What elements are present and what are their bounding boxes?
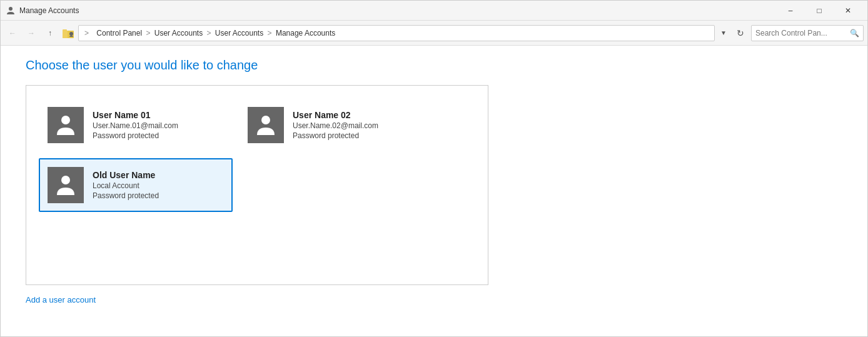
search-input[interactable] — [755, 29, 850, 38]
main-window: Manage Accounts – □ ✕ ← → ↑ > Control Pa… — [0, 0, 868, 337]
path-separator-2: > — [204, 29, 213, 38]
svg-rect-3 — [63, 29, 67, 32]
svg-point-0 — [9, 7, 13, 11]
account-info-user01: User Name 01 User.Name.01@mail.com Passw… — [93, 110, 178, 140]
account-card-user01[interactable]: User Name 01 User.Name.01@mail.com Passw… — [39, 98, 233, 152]
close-button[interactable]: ✕ — [834, 1, 862, 21]
account-name-old-user: Old User Name — [93, 170, 159, 180]
forward-button[interactable]: → — [23, 25, 39, 41]
svg-point-7 — [61, 176, 70, 184]
path-manage-accounts: Manage Accounts — [276, 29, 335, 38]
path-separator-3: > — [265, 29, 274, 38]
path-separator-0: > — [84, 29, 89, 38]
page-heading: Choose the user you would like to change — [26, 58, 842, 73]
window-title: Manage Accounts — [19, 6, 776, 15]
account-email-user01: User.Name.01@mail.com — [93, 121, 178, 130]
avatar-user01 — [48, 107, 84, 143]
account-name-user01: User Name 01 — [93, 110, 178, 120]
avatar-user02 — [248, 107, 284, 143]
address-path[interactable]: > Control Panel > User Accounts > User A… — [78, 25, 715, 41]
accounts-container: User Name 01 User.Name.01@mail.com Passw… — [26, 85, 488, 285]
svg-point-6 — [261, 116, 270, 124]
account-email-user02: User.Name.02@mail.com — [293, 121, 378, 130]
account-status-user02: Password protected — [293, 131, 378, 140]
address-bar: ← → ↑ > Control Panel > User Accounts > … — [1, 21, 867, 46]
path-control-panel[interactable]: Control Panel — [96, 29, 142, 38]
path-user-accounts-1[interactable]: User Accounts — [154, 29, 203, 38]
folder-icon — [62, 27, 74, 39]
address-dropdown-button[interactable]: ▼ — [717, 25, 730, 41]
account-card-user02[interactable]: User Name 02 User.Name.02@mail.com Passw… — [239, 98, 433, 152]
svg-point-5 — [61, 116, 70, 124]
app-icon — [6, 6, 16, 16]
path-user-accounts-2[interactable]: User Accounts — [215, 29, 263, 38]
search-box[interactable]: 🔍 — [751, 25, 864, 41]
refresh-button[interactable]: ↻ — [732, 25, 749, 41]
accounts-grid: User Name 01 User.Name.01@mail.com Passw… — [39, 98, 475, 212]
account-name-user02: User Name 02 — [293, 110, 378, 120]
account-status-user01: Password protected — [93, 131, 178, 140]
back-button[interactable]: ← — [4, 25, 21, 41]
account-info-old-user: Old User Name Local Account Password pro… — [93, 170, 159, 200]
avatar-old-user — [48, 167, 84, 203]
path-separator-1: > — [144, 29, 153, 38]
main-content: Choose the user you would like to change… — [1, 46, 867, 336]
title-bar: Manage Accounts – □ ✕ — [1, 1, 867, 21]
account-status-old-user: Password protected — [93, 191, 159, 200]
path-space-0 — [93, 29, 94, 38]
account-card-old-user[interactable]: Old User Name Local Account Password pro… — [39, 158, 233, 212]
maximize-button[interactable]: □ — [805, 1, 834, 21]
search-icon[interactable]: 🔍 — [850, 29, 859, 38]
minimize-button[interactable]: – — [776, 1, 805, 21]
window-controls: – □ ✕ — [776, 1, 862, 21]
svg-point-4 — [69, 32, 73, 36]
add-user-account-link[interactable]: Add a user account — [26, 295, 842, 304]
up-button[interactable]: ↑ — [42, 25, 58, 41]
account-info-user02: User Name 02 User.Name.02@mail.com Passw… — [293, 110, 378, 140]
account-type-old-user: Local Account — [93, 181, 159, 190]
